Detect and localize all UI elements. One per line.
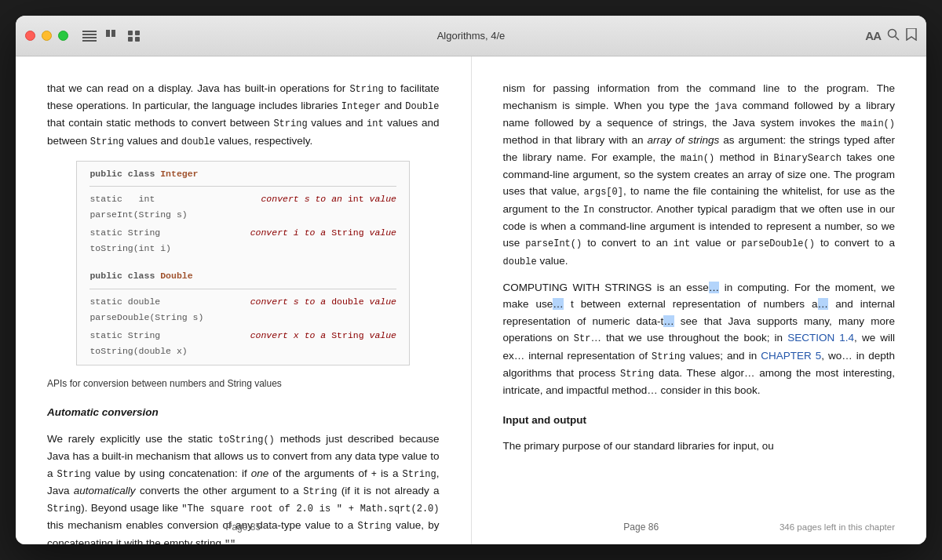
svg-rect-3 bbox=[82, 40, 97, 42]
api-table-row: static int parseInt(String s) convert s … bbox=[77, 190, 409, 224]
right-page-footer: Page 86 346 pages left in this chapter bbox=[472, 520, 927, 535]
left-p1: that we can read on a display. Java has … bbox=[47, 80, 440, 150]
maximize-button[interactable] bbox=[58, 31, 68, 41]
traffic-lights bbox=[25, 31, 68, 41]
grid-icon[interactable] bbox=[125, 27, 142, 45]
input-output-heading: Input and output bbox=[503, 412, 896, 429]
minimize-button[interactable] bbox=[42, 31, 52, 41]
left-page: that we can read on a display. Java has … bbox=[16, 56, 472, 544]
automatic-conversion-heading: Automatic conversion bbox=[47, 404, 440, 421]
right-p2: COMPUTING WITH STRINGS is an esse… in co… bbox=[503, 279, 896, 399]
svg-line-14 bbox=[916, 40, 917, 41]
api-table-header-2: public class Double bbox=[77, 264, 409, 285]
main-window: Algorithms, 4/e AA that we can read on a… bbox=[16, 16, 926, 544]
window-title: Algorithms, 4/e bbox=[437, 30, 506, 42]
bookmarks-menu-icon[interactable] bbox=[906, 28, 917, 43]
bookmarks-icon[interactable] bbox=[103, 27, 120, 45]
book-content: that we can read on a display. Java has … bbox=[16, 56, 926, 544]
font-size-icon[interactable]: AA bbox=[865, 29, 881, 42]
search-icon[interactable] bbox=[887, 28, 900, 43]
left-page-footer: Page 85 bbox=[16, 520, 471, 535]
svg-rect-9 bbox=[135, 31, 140, 35]
chapter-ref-5[interactable]: CHAPTER 5 bbox=[761, 350, 821, 362]
api-caption: APIs for conversion between numbers and … bbox=[47, 376, 440, 391]
input-output-p: The primary purpose of our standard libr… bbox=[503, 438, 896, 455]
right-page: nism for passing information from the co… bbox=[472, 56, 927, 544]
api-table-row: static double parseDouble(String s) conv… bbox=[77, 293, 409, 326]
svg-rect-11 bbox=[135, 37, 140, 42]
api-table-row: static String toString(int i) convert i … bbox=[77, 224, 409, 257]
right-page-number: Page 86 bbox=[503, 520, 780, 535]
svg-rect-8 bbox=[128, 31, 133, 35]
toolbar-left bbox=[81, 27, 142, 45]
pages-left-text: 346 pages left in this chapter bbox=[780, 520, 895, 535]
right-p1: nism for passing information from the co… bbox=[503, 80, 896, 270]
toc-icon[interactable] bbox=[81, 27, 98, 45]
svg-rect-10 bbox=[128, 37, 133, 42]
api-table: public class Integer static int parseInt… bbox=[76, 161, 410, 365]
left-page-number: Page 85 bbox=[47, 520, 440, 535]
svg-rect-0 bbox=[82, 31, 97, 32]
svg-point-12 bbox=[889, 30, 896, 38]
close-button[interactable] bbox=[25, 31, 35, 41]
svg-rect-1 bbox=[82, 34, 97, 35]
api-table-row: static String toString(double x) convert… bbox=[77, 326, 409, 360]
api-table-header-1: public class Integer bbox=[77, 162, 409, 184]
api-spacer bbox=[77, 257, 409, 264]
section-ref-14[interactable]: SECTION 1.4 bbox=[787, 332, 854, 344]
titlebar: Algorithms, 4/e AA bbox=[16, 16, 926, 56]
svg-line-13 bbox=[896, 37, 900, 41]
svg-rect-2 bbox=[82, 37, 97, 38]
toolbar-right: AA bbox=[865, 28, 917, 43]
